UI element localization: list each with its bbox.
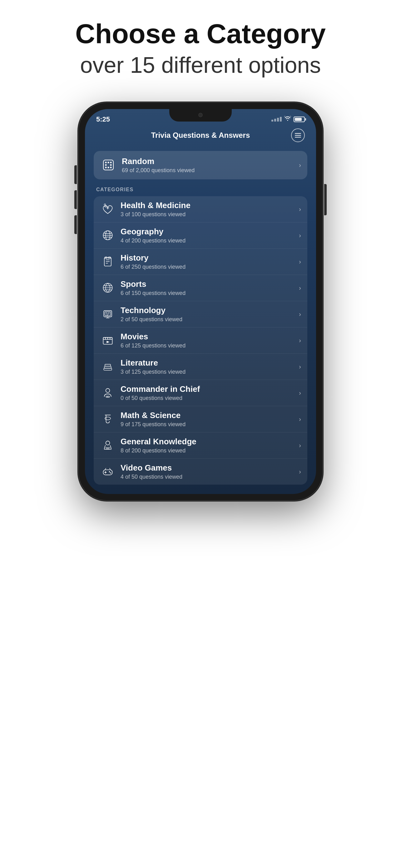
health-chevron: ›: [299, 206, 301, 213]
geography-chevron: ›: [299, 232, 301, 239]
phone-shell: 5:25: [79, 103, 322, 500]
category-item-geography[interactable]: Geography 4 of 200 questions viewed ›: [94, 222, 307, 249]
category-item-literature[interactable]: Literature 3 of 125 questions viewed ›: [94, 354, 307, 380]
history-icon: [100, 254, 115, 269]
technology-progress: 2 of 50 questions viewed: [121, 316, 294, 323]
svg-point-8: [110, 167, 112, 168]
literature-info: Literature 3 of 125 questions viewed: [121, 358, 294, 375]
commander-icon: [100, 385, 115, 401]
general-info: General Knowledge 8 of 200 questions vie…: [121, 437, 294, 454]
history-name: History: [121, 253, 294, 263]
literature-name: Literature: [121, 358, 294, 368]
general-name: General Knowledge: [121, 437, 294, 446]
movies-name: Movies: [121, 332, 294, 342]
geography-progress: 4 of 200 questions viewed: [121, 238, 294, 244]
random-chevron: ›: [299, 161, 301, 169]
geography-name: Geography: [121, 227, 294, 237]
category-item-commander[interactable]: Commander in Chief 0 of 50 questions vie…: [94, 380, 307, 406]
phone-notch: [169, 109, 232, 122]
movies-info: Movies 6 of 125 questions viewed: [121, 332, 294, 349]
phone-mockup: 5:25: [79, 103, 322, 500]
technology-chevron: ›: [299, 311, 301, 318]
videogames-info: Video Games 4 of 50 questions viewed: [121, 463, 294, 480]
category-item-videogames[interactable]: Video Games 4 of 50 questions viewed ›: [94, 459, 307, 485]
svg-point-4: [105, 164, 107, 166]
svg-point-2: [108, 162, 109, 163]
commander-name: Commander in Chief: [121, 384, 294, 394]
health-name: Health & Medicine: [121, 200, 294, 210]
sports-info: Sports 6 of 150 questions viewed: [121, 279, 294, 297]
technology-icon: [100, 306, 115, 322]
health-progress: 3 of 100 questions viewed: [121, 211, 294, 218]
svg-point-51: [110, 472, 111, 474]
svg-rect-13: [104, 258, 111, 266]
svg-rect-36: [104, 366, 111, 368]
history-chevron: ›: [299, 258, 301, 265]
nav-bar: Trivia Questions & Answers: [85, 126, 316, 147]
sports-name: Sports: [121, 279, 294, 289]
random-card[interactable]: Random 69 of 2,000 questions viewed ›: [94, 151, 307, 179]
sports-icon: [100, 280, 115, 296]
history-progress: 6 of 250 questions viewed: [121, 264, 294, 270]
random-progress: 69 of 2,000 questions viewed: [122, 167, 294, 174]
technology-info: Technology 2 of 50 questions viewed: [121, 306, 294, 323]
svg-point-50: [109, 471, 110, 472]
literature-progress: 3 of 125 questions viewed: [121, 369, 294, 375]
math-info: Math & Science 9 of 175 questions viewed: [121, 410, 294, 428]
svg-point-39: [106, 389, 110, 393]
wifi-icon: [284, 116, 291, 122]
svg-point-3: [110, 162, 112, 163]
svg-point-42: [105, 417, 110, 420]
movies-chevron: ›: [299, 337, 301, 344]
svg-rect-0: [103, 160, 113, 170]
svg-point-7: [108, 167, 109, 168]
movies-icon: [100, 333, 115, 348]
category-item-general[interactable]: General Knowledge 8 of 200 questions vie…: [94, 432, 307, 459]
menu-button[interactable]: [291, 128, 305, 142]
category-item-math[interactable]: Math & Science 9 of 175 questions viewed…: [94, 406, 307, 432]
menu-line-3: [295, 137, 301, 137]
categories-list: Health & Medicine 3 of 100 questions vie…: [94, 196, 307, 485]
status-time: 5:25: [96, 115, 110, 123]
page-header: Choose a Category over 15 different opti…: [63, 0, 338, 90]
category-item-history[interactable]: History 6 of 250 questions viewed ›: [94, 249, 307, 275]
commander-info: Commander in Chief 0 of 50 questions vie…: [121, 384, 294, 402]
movies-progress: 6 of 125 questions viewed: [121, 342, 294, 349]
math-icon: [100, 411, 115, 427]
svg-point-1: [105, 162, 107, 163]
main-subtitle: over 15 different options: [75, 52, 326, 78]
nav-title: Trivia Questions & Answers: [110, 131, 291, 140]
random-name: Random: [122, 157, 294, 166]
menu-line-2: [295, 135, 301, 135]
health-info: Health & Medicine 3 of 100 questions vie…: [121, 200, 294, 218]
history-info: History 6 of 250 questions viewed: [121, 253, 294, 270]
category-item-health[interactable]: Health & Medicine 3 of 100 questions vie…: [94, 196, 307, 222]
random-info: Random 69 of 2,000 questions viewed: [122, 157, 294, 174]
general-progress: 8 of 200 questions viewed: [121, 447, 294, 454]
general-icon: [100, 437, 115, 453]
sports-progress: 6 of 150 questions viewed: [121, 290, 294, 297]
category-item-technology[interactable]: Technology 2 of 50 questions viewed ›: [94, 301, 307, 328]
category-item-movies[interactable]: Movies 6 of 125 questions viewed ›: [94, 328, 307, 354]
svg-rect-35: [104, 368, 111, 370]
category-item-sports[interactable]: Sports 6 of 150 questions viewed ›: [94, 275, 307, 301]
main-title: Choose a Category: [75, 19, 326, 49]
geography-info: Geography 4 of 200 questions viewed: [121, 227, 294, 244]
svg-point-6: [105, 167, 107, 168]
svg-point-44: [106, 441, 110, 445]
videogames-name: Video Games: [121, 463, 294, 473]
videogames-icon: [100, 464, 115, 479]
videogames-chevron: ›: [299, 468, 301, 475]
technology-name: Technology: [121, 306, 294, 315]
health-icon: [100, 201, 115, 217]
battery-icon: [294, 117, 305, 122]
geography-icon: [100, 227, 115, 243]
math-chevron: ›: [299, 415, 301, 423]
random-icon: [100, 157, 117, 174]
camera-dot: [198, 113, 203, 117]
general-chevron: ›: [299, 442, 301, 449]
svg-marker-34: [106, 341, 109, 343]
svg-rect-37: [105, 364, 110, 366]
status-icons: [271, 116, 305, 122]
svg-point-5: [110, 164, 112, 166]
